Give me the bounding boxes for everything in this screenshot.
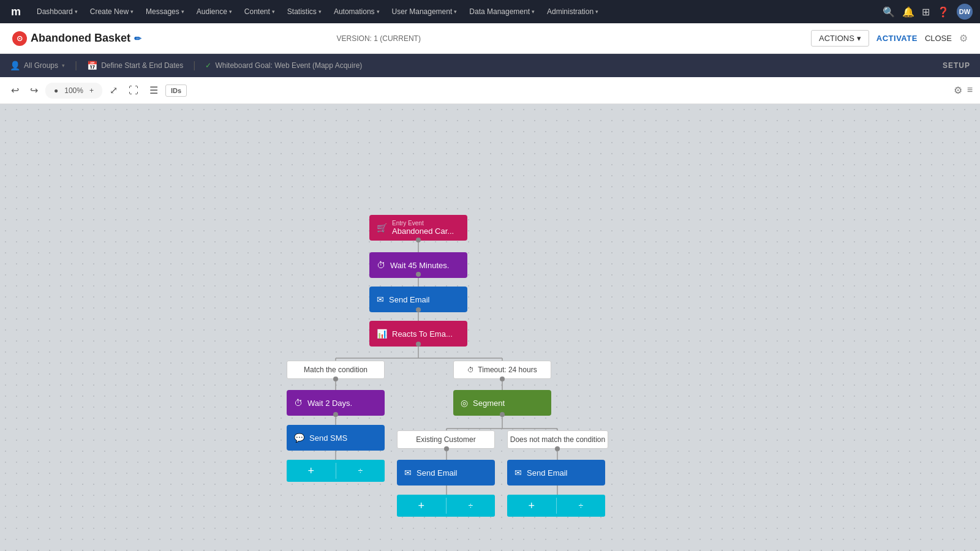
chevron-down-icon: ▾ — [318, 9, 322, 15]
send-sms-label: Send SMS — [309, 433, 347, 443]
nav-right-icons: 🔍 🔔 ⊞ ❓ DW — [883, 4, 973, 20]
chevron-down-icon: ▾ — [130, 9, 134, 15]
chevron-down-icon: ▾ — [595, 9, 598, 15]
nav-dashboard[interactable]: Dashboard ▾ — [32, 5, 83, 18]
setup-button[interactable]: SETUP — [943, 61, 970, 70]
clock-icon: ⏱ — [377, 260, 385, 270]
canvas-settings-icon[interactable]: ⚙ — [954, 84, 962, 96]
canvas-list-icon[interactable]: ≡ — [967, 84, 973, 96]
add-button-2[interactable]: + ÷ — [397, 495, 495, 517]
zoom-control: ● 100% + — [45, 83, 102, 99]
chevron-down-icon: ▾ — [75, 9, 78, 15]
connector-dot — [500, 412, 505, 417]
canvas-right-icons: ⚙ ≡ — [954, 84, 973, 96]
activate-button[interactable]: ACTIVATE — [876, 34, 918, 43]
connector-dot — [444, 446, 449, 451]
help-icon[interactable]: ❓ — [937, 6, 949, 18]
bell-icon[interactable]: 🔔 — [902, 6, 914, 18]
email-icon: ✉ — [377, 294, 384, 304]
goal-selector[interactable]: ✓ Whiteboard Goal: Web Event (Mapp Acqui… — [205, 61, 362, 70]
send-email-3-label: Send Email — [527, 468, 567, 478]
toolbar-bar: 👤 All Groups ▾ | 📅 Define Start & End Da… — [0, 54, 980, 77]
add-button-3[interactable]: + ÷ — [507, 495, 605, 517]
chevron-down-icon: ▾ — [857, 34, 861, 43]
wait-45-label: Wait 45 Minutes. — [390, 261, 449, 270]
workflow-canvas: 🛒 Entry Event Abandoned Car... ⏱ Wait 45… — [0, 104, 980, 551]
add-button-1[interactable]: + ÷ — [287, 460, 385, 482]
send-email-2-label: Send Email — [417, 468, 457, 478]
nav-content[interactable]: Content ▾ — [239, 5, 280, 18]
page-title: ⊙ Abandoned Basket ✏ — [12, 31, 141, 46]
chevron-down-icon: ▾ — [377, 9, 380, 15]
fullscreen-button[interactable]: ⛶ — [125, 83, 142, 99]
title-bar: ⊙ Abandoned Basket ✏ VERSION: 1 (CURRENT… — [0, 23, 980, 54]
nav-audience[interactable]: Audience ▾ — [192, 5, 237, 18]
connector-dot — [416, 342, 421, 347]
wait-2-label: Wait 2 Days. — [307, 399, 352, 408]
chevron-down-icon: ▾ — [62, 62, 65, 69]
send-email-3-node[interactable]: ✉ Send Email — [507, 460, 605, 485]
user-icon: 👤 — [10, 61, 20, 70]
close-button[interactable]: CLOSE — [925, 34, 952, 43]
split-icon[interactable]: ÷ — [447, 501, 496, 511]
email-icon: ✉ — [514, 468, 522, 478]
page-title-text: Abandoned Basket — [31, 32, 130, 45]
chevron-down-icon: ▾ — [181, 9, 184, 15]
fit-button[interactable]: ⤢ — [106, 82, 121, 99]
check-icon: ✓ — [205, 61, 211, 70]
nav-automations[interactable]: Automations ▾ — [329, 5, 385, 18]
search-icon[interactable]: 🔍 — [883, 6, 895, 18]
top-navigation: m Dashboard ▾ Create New ▾ Messages ▾ Au… — [0, 0, 980, 23]
nav-data-management[interactable]: Data Management ▾ — [464, 5, 540, 18]
split-icon[interactable]: ÷ — [557, 501, 606, 511]
grid-icon[interactable]: ⊞ — [922, 6, 930, 18]
plus-icon[interactable]: + — [287, 465, 336, 478]
send-email-1-label: Send Email — [389, 295, 429, 304]
cart-icon: 🛒 — [377, 223, 387, 233]
connector-dot — [500, 377, 505, 381]
nav-statistics[interactable]: Statistics ▾ — [282, 5, 326, 18]
entry-sublabel: Entry Event — [392, 220, 454, 227]
entry-label: Abandoned Car... — [392, 227, 454, 236]
nav-messages[interactable]: Messages ▾ — [141, 5, 189, 18]
title-actions: ACTIONS ▾ ACTIVATE CLOSE ⚙ — [811, 30, 968, 47]
react-icon: 📊 — [377, 329, 387, 339]
chevron-down-icon: ▾ — [532, 9, 535, 15]
split-icon[interactable]: ÷ — [336, 466, 385, 476]
nav-administration[interactable]: Administration ▾ — [542, 5, 603, 18]
zoom-out-button[interactable]: ● — [50, 84, 62, 97]
calendar-icon: 📅 — [87, 61, 97, 70]
actions-button[interactable]: ACTIONS ▾ — [811, 30, 869, 47]
edit-icon[interactable]: ✏ — [134, 34, 141, 43]
send-email-2-node[interactable]: ✉ Send Email — [397, 460, 495, 485]
version-label: VERSION: 1 (CURRENT) — [337, 34, 421, 43]
connector-dot — [333, 377, 338, 381]
reacts-label: Reacts To Ema... — [392, 329, 453, 339]
chevron-down-icon: ▾ — [454, 9, 457, 15]
zoom-percentage: 100% — [64, 86, 83, 95]
plus-icon[interactable]: + — [397, 500, 446, 512]
undo-button[interactable]: ↩ — [7, 82, 23, 99]
connector-dot — [416, 272, 421, 277]
chevron-down-icon: ▾ — [229, 9, 232, 15]
clock-icon: ⏱ — [294, 398, 303, 408]
sms-icon: 💬 — [294, 433, 304, 443]
ids-button[interactable]: IDs — [165, 84, 187, 97]
connector-dot — [555, 446, 560, 451]
user-avatar[interactable]: DW — [957, 4, 973, 20]
dates-selector[interactable]: 📅 Define Start & End Dates — [87, 61, 183, 70]
redo-button[interactable]: ↪ — [26, 82, 42, 99]
list-view-button[interactable]: ☰ — [146, 82, 162, 99]
plus-icon[interactable]: + — [507, 500, 556, 512]
connector-dot — [416, 238, 421, 242]
clock-icon: ⏱ — [467, 366, 474, 373]
groups-selector[interactable]: 👤 All Groups ▾ — [10, 61, 65, 70]
logo: m — [7, 3, 24, 20]
nav-create-new[interactable]: Create New ▾ — [85, 5, 138, 18]
nav-user-management[interactable]: User Management ▾ — [387, 5, 462, 18]
email-icon: ✉ — [404, 468, 412, 478]
send-sms-node[interactable]: 💬 Send SMS — [287, 425, 385, 451]
settings-icon[interactable]: ⚙ — [959, 32, 968, 44]
zoom-in-button[interactable]: + — [86, 84, 97, 97]
entry-event-node[interactable]: 🛒 Entry Event Abandoned Car... — [369, 215, 467, 241]
